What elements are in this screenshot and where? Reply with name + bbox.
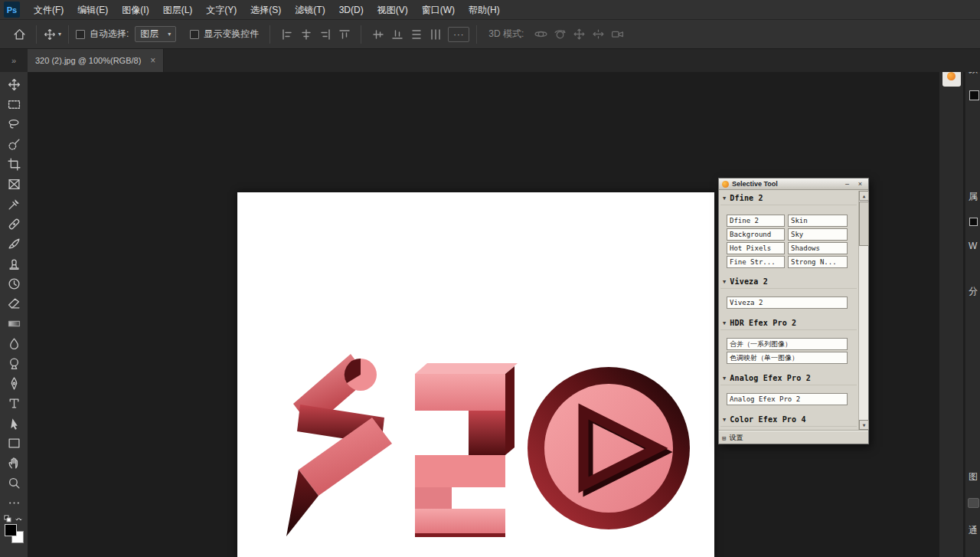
panel-title-bar[interactable]: Selective Tool – ×	[719, 179, 868, 190]
menu-select[interactable]: 选择(S)	[243, 0, 288, 20]
filter-button[interactable]: Dfine 2	[727, 215, 785, 227]
panel-minimize-button[interactable]: –	[842, 180, 852, 188]
dock-button[interactable]	[968, 498, 979, 508]
auto-select-target-dropdown[interactable]: 图层 ▾	[135, 26, 176, 42]
blur-tool[interactable]	[0, 333, 28, 353]
frame-tool[interactable]	[0, 174, 28, 194]
lasso-tool[interactable]	[0, 114, 28, 134]
panel-dock-icon-strip: «	[939, 49, 963, 557]
scroll-thumb[interactable]	[859, 202, 869, 246]
panel-scrollbar[interactable]: ▲ ▼	[858, 191, 868, 430]
document-canvas[interactable]	[237, 192, 714, 557]
panel-close-button[interactable]: ×	[855, 180, 865, 188]
filter-button[interactable]: Strong N...	[788, 256, 848, 268]
menu-help[interactable]: 帮助(H)	[462, 0, 507, 20]
foreground-color-swatch[interactable]	[5, 524, 17, 536]
default-and-swap-colors-icons[interactable]	[4, 515, 24, 523]
filter-button[interactable]: Sky	[788, 228, 848, 241]
menu-3d[interactable]: 3D(D)	[332, 0, 371, 20]
3d-orbit-button[interactable]	[531, 25, 550, 44]
tool-preset-picker[interactable]: ▾	[44, 28, 61, 41]
align-h-center-icon	[300, 28, 312, 41]
filter-button[interactable]: 合并（一系列图像）	[727, 338, 848, 350]
dock-panel-layers[interactable]: 图	[969, 470, 978, 483]
align-top-button[interactable]	[335, 25, 354, 44]
type-tool[interactable]	[0, 393, 28, 413]
edit-toolbar-button[interactable]	[0, 493, 28, 513]
dodge-tool[interactable]	[0, 353, 28, 373]
section-header-analog-efex[interactable]: ▼ Analog Efex Pro 2	[720, 372, 857, 385]
scroll-down-button[interactable]: ▼	[859, 420, 869, 430]
divider	[68, 25, 69, 44]
auto-select-checkbox[interactable]	[76, 30, 85, 39]
crop-tool[interactable]	[0, 154, 28, 174]
eraser-tool[interactable]	[0, 293, 28, 313]
collapse-triangle-icon: ▼	[723, 417, 726, 423]
pen-tool[interactable]	[0, 373, 28, 393]
eyedropper-tool[interactable]	[0, 194, 28, 214]
scroll-up-button[interactable]: ▲	[859, 191, 869, 201]
healing-brush-tool[interactable]	[0, 214, 28, 234]
section-header-dfine2[interactable]: ▼ Dfine 2	[720, 192, 857, 205]
menu-layer[interactable]: 图层(L)	[156, 0, 200, 20]
align-h-center-button[interactable]	[296, 25, 315, 44]
distribute-h-button[interactable]	[426, 25, 445, 44]
filter-button[interactable]: Viveza 2	[727, 297, 848, 309]
rectangle-tool[interactable]	[0, 433, 28, 453]
filter-button[interactable]: Fine Str...	[727, 256, 785, 268]
panel-title: Selective Tool	[732, 180, 839, 188]
document-tab[interactable]: 320 (2).jpg @ 100%(RGB/8) ×	[28, 49, 164, 72]
divider	[36, 25, 37, 44]
align-right-button[interactable]	[315, 25, 335, 44]
dock-panel-w[interactable]: W	[969, 241, 977, 251]
dock-panel-properties[interactable]: 属	[969, 190, 978, 203]
move-tool-icon	[8, 78, 21, 91]
3d-camera-button[interactable]	[608, 25, 627, 44]
3d-slide-button[interactable]	[589, 25, 608, 44]
align-more-button[interactable]: ···	[448, 27, 469, 42]
brush-tool[interactable]	[0, 234, 28, 254]
dock-panel-share[interactable]: 分	[969, 285, 978, 298]
menu-type[interactable]: 文字(Y)	[199, 0, 243, 20]
section-header-viveza2[interactable]: ▼ Viveza 2	[720, 275, 857, 289]
menu-window[interactable]: 窗口(W)	[415, 0, 462, 20]
align-v-center-button[interactable]	[368, 25, 387, 44]
section-header-color-efex[interactable]: ▼ Color Efex Pro 4	[720, 413, 857, 427]
3d-roll-button[interactable]	[550, 25, 570, 44]
marquee-tool[interactable]	[0, 94, 28, 114]
menu-image[interactable]: 图像(I)	[115, 0, 155, 20]
hand-tool[interactable]	[0, 453, 28, 473]
panel-settings[interactable]: ⊞ 设置	[722, 432, 743, 444]
clone-stamp-tool[interactable]	[0, 254, 28, 274]
3d-camera-icon	[611, 28, 624, 41]
menu-filter[interactable]: 滤镜(T)	[288, 0, 332, 20]
home-button[interactable]	[9, 25, 29, 44]
filter-button[interactable]: Hot Pixels	[727, 242, 785, 254]
history-brush-tool[interactable]	[0, 274, 28, 293]
show-transform-checkbox[interactable]	[190, 30, 199, 39]
tab-close-icon[interactable]: ×	[150, 55, 155, 66]
dock-swatch-small[interactable]	[969, 218, 978, 226]
align-left-button[interactable]	[277, 25, 296, 44]
align-bottom-button[interactable]	[387, 25, 407, 44]
dock-panel-channels[interactable]: 通	[969, 524, 978, 537]
gradient-tool[interactable]	[0, 313, 28, 333]
align-right-icon	[319, 28, 332, 41]
filter-button[interactable]: Skin	[788, 215, 848, 227]
menu-file[interactable]: 文件(F)	[27, 0, 70, 20]
filter-button[interactable]: Background	[727, 228, 785, 241]
toolbar-collapse-button[interactable]: »	[0, 49, 28, 72]
menu-view[interactable]: 视图(V)	[371, 0, 415, 20]
quick-selection-tool[interactable]	[0, 134, 28, 154]
dock-color-swatch[interactable]	[969, 90, 979, 100]
3d-pan-button[interactable]	[570, 25, 589, 44]
filter-button[interactable]: 色调映射（单一图像）	[727, 352, 848, 364]
filter-button[interactable]: Shadows	[788, 242, 848, 254]
move-tool[interactable]	[0, 74, 28, 94]
zoom-tool[interactable]	[0, 473, 28, 493]
section-header-hdr-efex[interactable]: ▼ HDR Efex Pro 2	[720, 316, 857, 330]
distribute-v-button[interactable]	[407, 25, 426, 44]
path-selection-tool[interactable]	[0, 413, 28, 433]
filter-button[interactable]: Analog Efex Pro 2	[727, 393, 848, 405]
menu-edit[interactable]: 编辑(E)	[70, 0, 115, 20]
